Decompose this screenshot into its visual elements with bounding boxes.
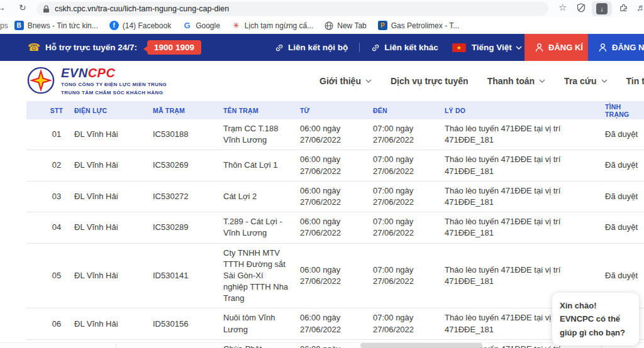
person-icon <box>535 43 543 52</box>
apps-label-partial[interactable]: ps <box>0 21 8 30</box>
column-header-stt: STT <box>26 103 74 118</box>
register-button[interactable]: ĐĂNG KÍ <box>525 34 588 61</box>
flower-favicon-icon: ✳ <box>231 21 241 30</box>
nav-tra-cuu[interactable]: Tra cứu <box>564 76 607 86</box>
org-name-line2: TRUNG TÂM CHĂM SÓC KHÁCH HÀNG <box>61 89 167 96</box>
support-hotline: ☎ Hỗ trợ trực tuyến 24/7: 1900 1909 <box>28 34 201 61</box>
column-header-tinh-trang: TÌNH TRẠNG <box>605 103 644 118</box>
topbar-links: Liên kết nội bộ Liên kết khác ★ Tiếng Vi… <box>275 34 545 61</box>
row-ma-tram: ID530185 <box>153 345 223 348</box>
bookmark-star-icon[interactable]: ☆ <box>558 2 567 13</box>
evncpc-logo[interactable]: EVNCPC TỔNG CÔNG TY ĐIỆN LỰC MIỀN TRUNG … <box>26 66 167 96</box>
bookmark-bnews[interactable]: B Bnews - Tin tức kin... <box>14 21 98 30</box>
status-badge: Đã duyệt <box>605 266 644 285</box>
row-stt: 04 <box>26 218 74 237</box>
brand-wordmark: EVNCPC <box>61 66 167 80</box>
row-ten-tram: Thôn Cát Lợi 1 <box>223 156 300 175</box>
row-ma-tram: IC530269 <box>153 156 223 175</box>
petrolimex-icon: P <box>378 21 387 30</box>
internal-links[interactable]: Liên kết nội bộ <box>275 43 348 52</box>
login-button[interactable]: ĐĂNG NHẬP <box>588 34 644 61</box>
status-badge: Đã duyệt <box>605 218 644 237</box>
table-row: 06 ĐL Vĩnh Hải ID530156 Nuôi tôm Vĩnh Lư… <box>26 308 644 339</box>
row-ten-tram: Cát Lợi 2 <box>223 187 300 206</box>
download-button[interactable]: ↓ <box>592 1 612 16</box>
column-header-tu: TỪ <box>300 107 373 114</box>
row-dien-luc: ĐL Vĩnh Hải <box>74 266 153 285</box>
forward-icon[interactable]: → <box>0 2 6 13</box>
hotline-badge[interactable]: 1900 1909 <box>147 40 201 55</box>
person-icon <box>599 43 607 52</box>
evn-star-icon <box>26 66 55 95</box>
google-g-icon: G <box>182 21 192 30</box>
chat-greeting-bubble[interactable]: Xin chào! EVNCPC có thể giúp gì cho bạn? <box>552 293 639 345</box>
row-tu: 06:00 ngày 27/06/2022 <box>300 182 373 212</box>
nav-thanh-toan[interactable]: Thanh toán <box>487 76 545 86</box>
row-ma-tram: ID530141 <box>153 266 223 285</box>
column-header-dien-luc: ĐIỆN LỰC <box>74 107 153 114</box>
row-ly-do: Tháo lèo tuyến 471ĐĐE tại vị trí 471ĐĐE_… <box>445 261 605 291</box>
org-name-line1: TỔNG CÔNG TY ĐIỆN LỰC MIỀN TRUNG <box>61 81 167 88</box>
nav-gioi-thieu[interactable]: Giới thiệu <box>319 76 372 86</box>
row-den: 07:00 ngày 27/06/2022 <box>373 261 445 291</box>
shield-block-icon[interactable] <box>577 3 586 13</box>
table-header-row: STT ĐIỆN LỰC MÃ TRẠM TÊN TRẠM TỪ ĐẾN LÝ … <box>26 101 644 119</box>
site-topbar: ☎ Hỗ trợ trực tuyến 24/7: 1900 1909 Liên… <box>0 34 644 61</box>
address-bar[interactable]: cskh.cpc.vn/tra-cuu/lich-tam-ngung-cung-… <box>36 2 548 16</box>
column-header-den: ĐẾN <box>373 107 445 114</box>
bookmark-gas-petrolimex[interactable]: P Gas Petrolimex - T... <box>378 21 459 30</box>
status-badge: Đã duyệt <box>605 345 644 348</box>
vietnam-flag-icon: ★ <box>452 43 466 52</box>
support-label: Hỗ trợ trực tuyến 24/7: <box>45 43 137 52</box>
row-ly-do: Tháo lèo tuyến 471ĐĐE tại vị trí 471ĐĐE_… <box>445 182 605 212</box>
row-ma-tram: IC530289 <box>153 218 223 237</box>
nav-tin-tuc[interactable]: Tin tức <box>626 76 644 86</box>
row-stt: 06 <box>26 315 74 334</box>
row-stt: 07 <box>26 345 74 348</box>
chevron-down-icon <box>539 79 545 83</box>
table-row: 04 ĐL Vĩnh Hải IC530289 T.289 - Cát Lợi … <box>26 212 644 243</box>
row-stt: 05 <box>26 266 74 285</box>
row-ly-do: Tháo lèo tuyến 471ĐĐE tại vị trí 471ĐĐE_… <box>445 212 605 242</box>
bookmarks-bar: ps B Bnews - Tin tức kin... f (14) Faceb… <box>0 18 644 34</box>
row-ma-tram: ID530156 <box>153 315 223 334</box>
facebook-icon: f <box>109 21 119 30</box>
divider <box>116 344 116 348</box>
language-selector[interactable]: Tiếng Việt <box>472 43 522 52</box>
reload-icon[interactable]: ↻ <box>19 3 26 13</box>
site-header: EVNCPC TỔNG CÔNG TY ĐIỆN LỰC MIỀN TRUNG … <box>0 61 644 101</box>
outage-schedule-table: STT ĐIỆN LỰC MÃ TRẠM TÊN TRẠM TỪ ĐẾN LÝ … <box>26 101 644 348</box>
row-stt: 02 <box>26 156 74 175</box>
table-row: 05 ĐL Vĩnh Hải ID530141 Cty TNHH MTV TTT… <box>26 244 644 309</box>
horizontal-scrollbar-thumb[interactable] <box>360 343 482 348</box>
divider <box>0 342 644 343</box>
row-stt: 01 <box>26 125 74 144</box>
bookmark-new-tab[interactable]: New Tab <box>325 21 366 30</box>
bookmark-facebook[interactable]: f (14) Facebook <box>109 21 171 30</box>
chevron-down-icon <box>601 79 608 83</box>
row-ma-tram: IC530188 <box>153 125 223 144</box>
url-text: cskh.cpc.vn/tra-cuu/lich-tam-ngung-cung-… <box>55 4 229 13</box>
download-icon: ↓ <box>596 3 608 14</box>
main-navigation: Giới thiệu Dịch vụ trực tuyến Thanh toán… <box>319 61 644 101</box>
bookmark-google[interactable]: G Google <box>182 21 220 30</box>
row-ten-tram: Chùa Phật Quang Sơn <box>223 340 300 348</box>
row-ly-do: Tháo lèo tuyến 471ĐĐE tại vị trí 471ĐĐE_… <box>445 150 605 180</box>
row-tu: 06:00 ngày 27/06/2022 <box>300 119 373 150</box>
table-row: 02 ĐL Vĩnh Hải IC530269 Thôn Cát Lợi 1 0… <box>26 150 644 181</box>
row-den: 07:00 ngày 27/06/2022 <box>373 182 445 212</box>
external-links[interactable]: Liên kết khác <box>371 43 438 52</box>
chevron-down-icon <box>365 79 372 83</box>
row-den: 07:00 ngày 27/06/2022 <box>373 308 445 339</box>
row-ten-tram: Cty TNHH MTV TTTH Đường sắt Sài Gòn-Xí n… <box>223 244 300 308</box>
bookmark-lich-tam-ngung[interactable]: ✳ Lịch tạm ngừng cấ... <box>231 21 313 30</box>
link-icon <box>273 41 286 54</box>
media-control-icon[interactable]: ♬ <box>636 2 644 13</box>
bnews-icon: B <box>14 21 24 30</box>
table-row: 07 ĐL Vĩnh Hải ID530185 Chùa Phật Quang … <box>26 340 644 348</box>
row-dien-luc: ĐL Vĩnh Hải <box>74 345 153 348</box>
extensions-icon[interactable] <box>619 3 628 13</box>
column-header-ly-do: LÝ DO <box>445 107 605 114</box>
status-badge: Đã duyệt <box>605 156 644 175</box>
nav-dich-vu-truc-tuyen[interactable]: Dịch vụ trực tuyến <box>391 76 469 86</box>
